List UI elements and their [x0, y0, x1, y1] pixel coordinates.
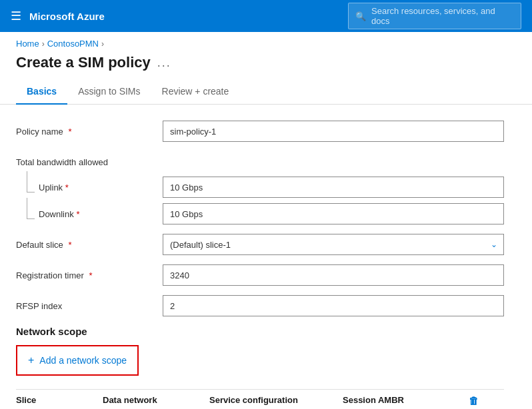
bandwidth-group: Total bandwidth allowed Uplink * Downlin…: [16, 151, 504, 224]
col-header-action: 🗑: [443, 395, 504, 406]
network-scope-table-header: Slice Data network Service configuration…: [16, 389, 504, 409]
breadcrumb-sep-2: ›: [101, 39, 104, 49]
ellipsis-button[interactable]: ...: [157, 56, 171, 70]
breadcrumb-sep-1: ›: [42, 39, 45, 49]
rfsp-index-label: RFSP index: [16, 301, 163, 311]
downlink-row: Downlink *: [16, 203, 504, 224]
registration-timer-row: Registration timer *: [16, 264, 504, 286]
tab-review-create[interactable]: Review + create: [151, 79, 240, 105]
policy-name-row: Policy name *: [16, 121, 504, 142]
downlink-label: Downlink *: [16, 208, 163, 219]
breadcrumb-home[interactable]: Home: [16, 39, 39, 49]
default-slice-row: Default slice * (Default) slice-1 ⌄: [16, 234, 504, 255]
add-network-scope-button[interactable]: + Add a network scope: [16, 345, 139, 376]
col-header-data-network: Data network: [103, 395, 209, 406]
uplink-row: Uplink *: [16, 177, 504, 198]
slice-required: *: [68, 240, 71, 250]
required-marker: *: [68, 127, 71, 137]
downlink-required: *: [76, 209, 79, 219]
policy-name-label: Policy name *: [16, 127, 163, 137]
page-title: Create a SIM policy: [16, 54, 151, 71]
page-header: Create a SIM policy ...: [0, 51, 532, 79]
search-placeholder-text: Search resources, services, and docs: [371, 6, 514, 26]
top-navigation: ☰ Microsoft Azure 🔍 Search resources, se…: [0, 0, 532, 32]
rfsp-index-row: RFSP index: [16, 295, 504, 316]
downlink-input[interactable]: [163, 203, 504, 224]
rfsp-index-input[interactable]: [163, 295, 504, 316]
registration-timer-label: Registration timer *: [16, 270, 163, 280]
bandwidth-label: Total bandwidth allowed: [16, 157, 163, 167]
global-search-box[interactable]: 🔍 Search resources, services, and docs: [348, 3, 521, 29]
col-header-service-config: Service configuration: [209, 395, 343, 406]
network-scope-title: Network scope: [16, 326, 504, 337]
default-slice-select-wrapper: (Default) slice-1 ⌄: [163, 234, 504, 255]
default-slice-label: Default slice *: [16, 240, 163, 250]
default-slice-select[interactable]: (Default) slice-1: [163, 234, 504, 255]
uplink-required: *: [65, 183, 69, 193]
app-logo: Microsoft Azure: [29, 11, 105, 22]
bandwidth-main-row: Total bandwidth allowed: [16, 151, 504, 173]
tab-bar: Basics Assign to SIMs Review + create: [0, 79, 532, 105]
col-header-session-ambr: Session AMBR: [343, 395, 443, 406]
add-network-scope-label: Add a network scope: [39, 355, 127, 366]
tab-basics[interactable]: Basics: [16, 79, 67, 105]
uplink-input[interactable]: [163, 177, 504, 198]
plus-icon: +: [28, 354, 34, 366]
registration-timer-input[interactable]: [163, 264, 504, 286]
breadcrumb: Home › ContosoPMN ›: [0, 32, 532, 51]
timer-required: *: [89, 270, 93, 280]
form-area: Policy name * Total bandwidth allowed Up…: [0, 105, 520, 409]
tab-assign-sims[interactable]: Assign to SIMs: [67, 79, 151, 105]
tree-line-uplink: [27, 171, 35, 193]
uplink-label: Uplink *: [16, 182, 163, 193]
trash-icon[interactable]: 🗑: [469, 395, 479, 406]
policy-name-input[interactable]: [163, 121, 504, 142]
hamburger-menu-icon[interactable]: ☰: [11, 9, 21, 23]
col-header-slice: Slice: [16, 395, 103, 406]
breadcrumb-parent[interactable]: ContosoPMN: [47, 39, 99, 49]
tree-line-downlink: [27, 198, 35, 219]
search-icon: 🔍: [355, 11, 366, 21]
